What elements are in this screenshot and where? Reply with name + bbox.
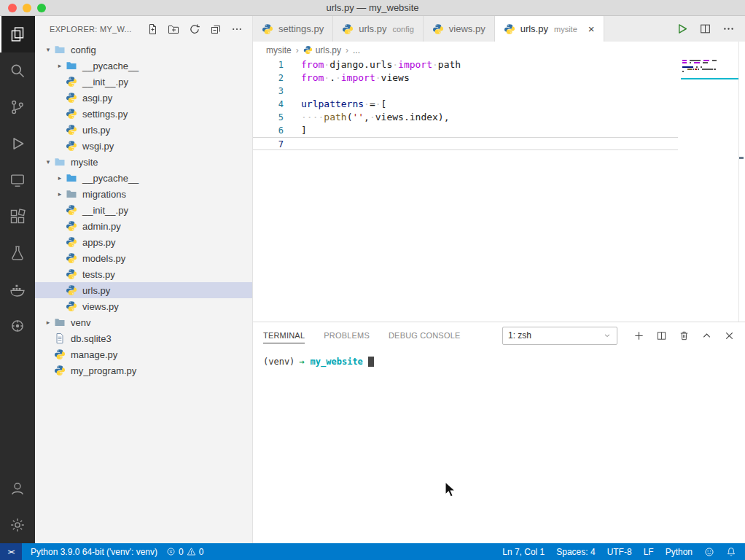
tree-item-urls-py[interactable]: urls.py (35, 122, 252, 138)
line-number-2[interactable]: 2 (253, 71, 284, 85)
tab-urls-py-mysite[interactable]: urls.pymysite× (495, 16, 604, 42)
tree-item-asgi-py[interactable]: asgi.py (35, 90, 252, 106)
activity-testing-button[interactable] (0, 235, 35, 271)
new-terminal-button[interactable] (633, 330, 644, 341)
more-button[interactable] (229, 21, 245, 37)
code-line-4[interactable]: 4urlpatterns·=·[ (253, 98, 678, 111)
bell-button[interactable] (726, 547, 736, 557)
python-icon (66, 140, 77, 152)
minimize-window-button[interactable] (23, 4, 31, 12)
tree-item-admin-py[interactable]: admin.py (35, 218, 252, 234)
kill-terminal-button[interactable] (679, 330, 690, 341)
line-number-7[interactable]: 7 (253, 138, 284, 149)
line-number-5[interactable]: 5 (253, 111, 284, 124)
remote-indicator[interactable]: >< (0, 543, 22, 560)
code-line-1[interactable]: 1from·django.urls·import·path (253, 58, 678, 71)
python-icon (66, 300, 77, 312)
code-line-2[interactable]: 2from·.·import·views (253, 71, 678, 85)
activity-explorer-button[interactable] (0, 16, 35, 52)
line-number-6[interactable]: 6 (253, 124, 284, 137)
status-ln-7-col-1[interactable]: Ln 7, Col 1 (502, 547, 545, 557)
chevron-right-icon[interactable]: ▸ (54, 174, 66, 182)
tree-item-apps-py[interactable]: apps.py (35, 234, 252, 250)
status-lf[interactable]: LF (644, 547, 654, 557)
activity-docker-button[interactable] (0, 271, 35, 308)
line-number-1[interactable]: 1 (253, 58, 284, 71)
tree-item-wsgi-py[interactable]: wsgi.py (35, 138, 252, 154)
chevron-down-icon[interactable]: ▾ (42, 46, 54, 53)
maximize-panel-button[interactable] (701, 330, 712, 341)
status-utf-8[interactable]: UTF-8 (607, 547, 632, 557)
tree-item-views-py[interactable]: views.py (35, 298, 252, 314)
collapse-all-button[interactable] (208, 21, 224, 37)
chevron-right-icon[interactable]: ▸ (54, 190, 66, 198)
new-folder-button[interactable] (165, 21, 182, 37)
editor-more-button[interactable] (722, 23, 735, 35)
close-panel-button[interactable] (724, 330, 735, 341)
code-line-6[interactable]: 6] (253, 124, 678, 137)
terminal[interactable]: (venv) → my_website (253, 349, 745, 375)
close-icon[interactable]: × (588, 23, 595, 34)
activity-extensions-button[interactable] (0, 198, 35, 235)
tab-bar: settings.pyurls.pyconfigviews.pyurls.pym… (253, 16, 745, 42)
tree-item-init-py[interactable]: __init__.py (35, 202, 252, 218)
run-file-button[interactable] (676, 23, 688, 35)
activity-source-control-button[interactable] (0, 89, 35, 125)
tree-item-urls-py[interactable]: urls.py (35, 282, 252, 298)
tab-views-py[interactable]: views.py (424, 16, 495, 42)
tree-item-models-py[interactable]: models.py (35, 250, 252, 266)
status-spaces-4[interactable]: Spaces: 4 (556, 547, 595, 557)
split-editor-button[interactable] (699, 23, 711, 35)
activity-settings-button[interactable] (0, 507, 35, 543)
panel-tab-problems[interactable]: PROBLEMS (324, 327, 370, 343)
status-python[interactable]: Python (666, 547, 693, 557)
breadcrumb-urls-py[interactable]: urls.py (303, 45, 341, 55)
panel-tabs: TERMINALPROBLEMSDEBUG CONSOLE (263, 327, 461, 343)
tree-item-label: asgi.py (82, 93, 112, 104)
line-number-4[interactable]: 4 (253, 98, 284, 111)
tree-item-tests-py[interactable]: tests.py (35, 266, 252, 282)
folder-icon (54, 156, 66, 168)
close-window-button[interactable] (8, 4, 17, 12)
terminal-shell-select[interactable]: 1: zsh (502, 327, 617, 345)
tab-urls-py-config[interactable]: urls.pyconfig (333, 16, 424, 42)
tree-item-settings-py[interactable]: settings.py (35, 106, 252, 122)
breadcrumb-mysite[interactable]: mysite (266, 45, 292, 55)
refresh-button[interactable] (187, 21, 203, 37)
panel-tab-terminal[interactable]: TERMINAL (263, 327, 305, 343)
tree-item-my-program-py[interactable]: my_program.py (35, 362, 252, 378)
tree-item-migrations[interactable]: ▸migrations (35, 186, 252, 202)
split-terminal-button[interactable] (656, 330, 667, 341)
activity-account-button[interactable] (0, 470, 35, 507)
tree-item-db-sqlite3[interactable]: db.sqlite3 (35, 330, 252, 346)
panel-tab-debug-console[interactable]: DEBUG CONSOLE (389, 327, 461, 343)
breadcrumb-item[interactable]: ... (353, 45, 360, 55)
minimap[interactable] (681, 60, 739, 79)
tree-item-pycache[interactable]: ▸__pycache__ (35, 170, 252, 186)
code-line-3[interactable]: 3 (253, 85, 678, 98)
zoom-window-button[interactable] (37, 4, 46, 12)
tree-item-config[interactable]: ▾config (35, 42, 252, 58)
tree-item-label: apps.py (82, 237, 116, 248)
code-line-7[interactable]: 7 (253, 137, 678, 150)
chevron-down-icon[interactable]: ▾ (42, 158, 54, 166)
feedback-button[interactable] (704, 547, 714, 557)
editor[interactable]: 1from·django.urls·import·path2from·.·imp… (253, 58, 745, 322)
tree-item-init-py[interactable]: __init__.py (35, 74, 252, 90)
chevron-right-icon[interactable]: ▸ (42, 319, 54, 326)
new-file-button[interactable] (144, 21, 160, 37)
activity-run-debug-button[interactable] (0, 125, 35, 162)
activity-search-button[interactable] (0, 52, 35, 89)
code-line-5[interactable]: 5····path('',·views.index), (253, 111, 678, 124)
python-interpreter-status[interactable]: Python 3.9.0 64-bit ('venv': venv) (31, 547, 157, 557)
tree-item-venv[interactable]: ▸venv (35, 314, 252, 330)
tree-item-mysite[interactable]: ▾mysite (35, 154, 252, 170)
chevron-right-icon[interactable]: ▸ (54, 62, 66, 69)
activity-remote-explorer-button[interactable] (0, 162, 35, 198)
tab-settings-py[interactable]: settings.py (253, 16, 333, 42)
problems-status[interactable]: 00 (166, 547, 203, 557)
activity-plugin-button[interactable] (0, 308, 35, 344)
tree-item-pycache[interactable]: ▸__pycache__ (35, 58, 252, 74)
line-number-3[interactable]: 3 (253, 85, 284, 98)
tree-item-manage-py[interactable]: manage.py (35, 346, 252, 362)
